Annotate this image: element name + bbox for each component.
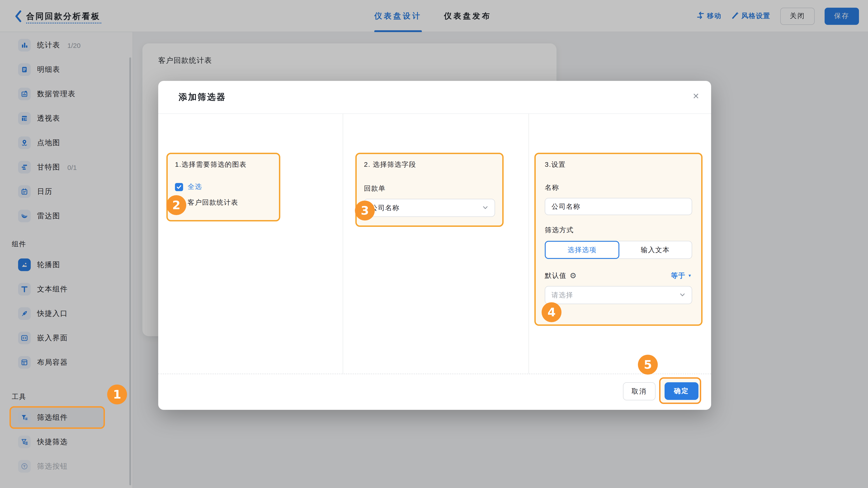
name-input[interactable]: 公司名称: [545, 198, 692, 215]
mode-option-text-input[interactable]: 输入文本: [619, 241, 692, 259]
modal-header: 添加筛选器 ✕: [158, 81, 711, 114]
caret-down-icon: ▼: [688, 274, 692, 278]
gear-icon[interactable]: ⚙: [569, 272, 577, 280]
step3-title: 3.设置: [545, 160, 692, 169]
filter-mode-toggle: 选择选项 输入文本: [545, 241, 692, 259]
field-select[interactable]: 公司名称: [364, 199, 495, 217]
form-name-label: 回款单: [364, 184, 495, 193]
modal-footer: 取消 确定: [158, 374, 711, 410]
confirm-button[interactable]: 确定: [664, 382, 699, 400]
modal-title: 添加筛选器: [179, 91, 226, 103]
column-divider-1: [343, 114, 343, 374]
column-divider-2: [528, 114, 529, 374]
step-badge-1: 1: [107, 385, 127, 404]
step-badge-3: 3: [355, 201, 375, 221]
step2-select-field-box: 2. 选择筛选字段 回款单 公司名称: [355, 153, 504, 227]
modal-body: 1.选择需要筛选的图表 全选 客户回款统计表 2. 选择筛选字段 回款单: [158, 114, 711, 374]
step-badge-2: 2: [166, 195, 186, 215]
default-value-label: 默认值: [545, 271, 566, 280]
step3-settings-box: 3.设置 名称 公司名称 筛选方式 选择选项 输入文本 默认值 ⚙ 等于: [534, 153, 703, 326]
filter-mode-label: 筛选方式: [545, 226, 692, 234]
step2-title: 2. 选择筛选字段: [364, 160, 495, 169]
cancel-button[interactable]: 取消: [623, 382, 655, 400]
close-icon[interactable]: ✕: [692, 92, 700, 100]
chevron-down-icon: [680, 291, 685, 299]
default-value-label-group: 默认值 ⚙: [545, 271, 577, 280]
add-filter-modal: 添加筛选器 ✕ 1.选择需要筛选的图表 全选 客户回款统计: [158, 81, 711, 410]
checkbox-row-customer-table[interactable]: 客户回款统计表: [175, 198, 272, 207]
mode-option-select[interactable]: 选择选项: [545, 241, 619, 259]
filter-widget-annotation-ring: [9, 406, 105, 429]
confirm-annotation-ring: 确定: [659, 377, 701, 404]
default-value-row: 默认值 ⚙ 等于 ▼: [545, 271, 692, 280]
checkbox-row-select-all[interactable]: 全选: [175, 183, 272, 191]
step-badge-5: 5: [638, 355, 658, 375]
dashboard-editor-app: 合同回款分析看板 仪表盘设计 仪表盘发布 移动 风格设置 关闭 保存: [0, 0, 868, 488]
step-badge-4: 4: [541, 302, 561, 322]
name-label: 名称: [545, 184, 692, 192]
chevron-down-icon: [483, 204, 488, 212]
checkbox-checked-icon[interactable]: [175, 183, 183, 191]
default-value-select[interactable]: 请选择: [545, 286, 692, 304]
step1-title: 1.选择需要筛选的图表: [175, 160, 272, 169]
operator-dropdown[interactable]: 等于 ▼: [671, 271, 692, 280]
